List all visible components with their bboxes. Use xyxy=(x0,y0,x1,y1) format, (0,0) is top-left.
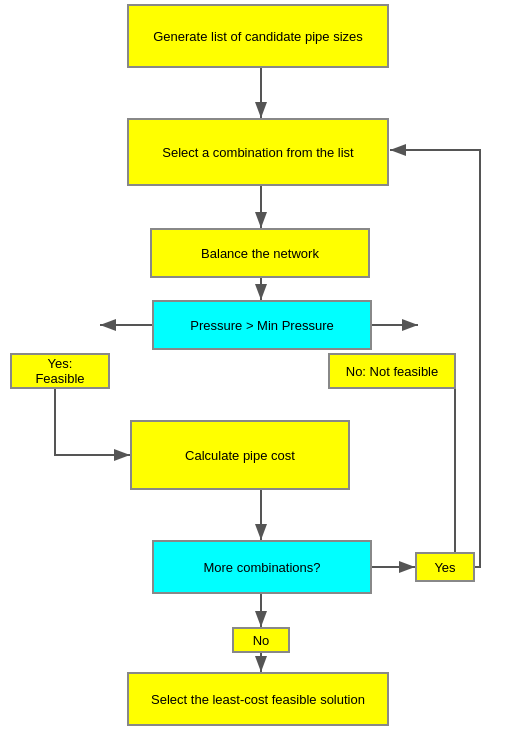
generate-node: Generate list of candidate pipe sizes xyxy=(127,4,389,68)
flowchart: Generate list of candidate pipe sizes Se… xyxy=(0,0,523,729)
no-label-node: No xyxy=(232,627,290,653)
no-feasible-node: No: Not feasible xyxy=(328,353,456,389)
calculate-node: Calculate pipe cost xyxy=(130,420,350,490)
select-node: Select a combination from the list xyxy=(127,118,389,186)
yes-label-node: Yes xyxy=(415,552,475,582)
select-solution-node: Select the least-cost feasible solution xyxy=(127,672,389,726)
yes-feasible-node: Yes: Feasible xyxy=(10,353,110,389)
pressure-check-node: Pressure > Min Pressure xyxy=(152,300,372,350)
more-combinations-node: More combinations? xyxy=(152,540,372,594)
balance-node: Balance the network xyxy=(150,228,370,278)
